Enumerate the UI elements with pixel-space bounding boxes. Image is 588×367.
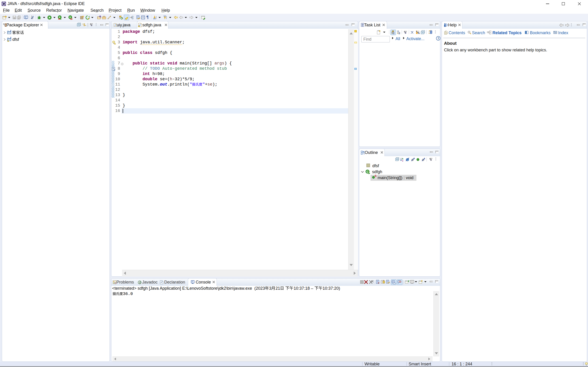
svg-text:@: @ [139,281,141,284]
svg-text:?: ? [468,31,470,33]
svg-text:?: ? [437,37,439,40]
svg-text:J: J [10,37,11,40]
svg-text:!: ! [8,40,8,42]
svg-text:z: z [402,159,403,162]
svg-text:J: J [10,30,11,33]
svg-text:J: J [115,24,116,26]
svg-text:C: C [367,170,369,173]
svg-text:!: ! [139,25,139,27]
svg-text:?: ? [446,24,447,26]
